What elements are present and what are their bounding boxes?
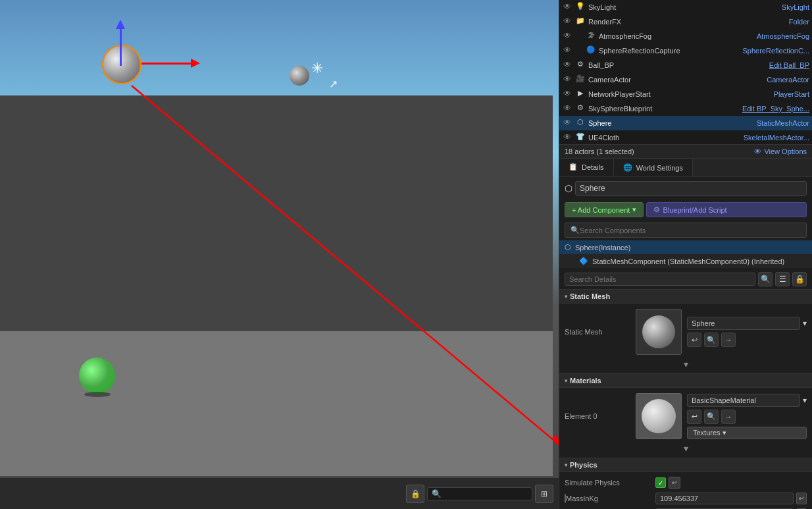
actor-name-spherereflection: SphereReflectionCapture — [599, 47, 740, 55]
visibility-icon-skylight[interactable]: 👁 — [562, 2, 572, 13]
physics-section-header[interactable]: ▾ Physics — [559, 458, 812, 472]
visibility-icon-renderfx[interactable]: 👁 — [562, 16, 572, 27]
physics-section-label: Physics — [570, 461, 597, 469]
outliner-row-networkplayerstart[interactable]: 👁 ▶ NetworkPlayerStart PlayerStart — [559, 87, 812, 101]
outliner-row-skysphereblueprint[interactable]: 👁 ⚙ SkySphereBlueprint Edit BP_Sky_Sphe.… — [559, 101, 812, 116]
details-tabs-bar: 📋 Details 🌐 World Settings — [559, 159, 812, 177]
green-sphere — [79, 358, 115, 394]
grid-button[interactable]: ⊞ — [535, 485, 553, 503]
visibility-icon-atmosphericfog[interactable]: 👁 — [562, 31, 572, 41]
material-browse-button[interactable]: 🔍 — [704, 410, 719, 424]
visibility-icon-networkplayerstart[interactable]: 👁 — [562, 89, 572, 99]
eye-icon-view-options: 👁 — [754, 147, 761, 155]
outliner-row-atmosphericfog[interactable]: 👁 🌫 AtmosphericFog AtmosphericFog — [559, 29, 812, 43]
y-axis-arrow — [116, 20, 125, 29]
viewport[interactable]: ↗ 🔒 🔍 ⊞ — [0, 0, 559, 509]
visibility-icon-sphere[interactable]: 👁 — [562, 118, 572, 128]
textures-button[interactable]: Textures ▾ — [687, 427, 807, 439]
add-component-button[interactable]: + Add Component ▾ — [565, 202, 644, 217]
main-area: ↗ 🔒 🔍 ⊞ 👁 💡 SkyLight — [0, 0, 812, 509]
outliner-row-cameraactor[interactable]: 👁 🎥 CameraActor CameraActor — [559, 72, 812, 87]
materials-section-header[interactable]: ▾ Materials — [559, 374, 812, 388]
material-controls: BasicShapeMaterial ▾ ↩ 🔍 → Textures ▾ — [687, 394, 807, 439]
small-sphere — [290, 66, 309, 86]
search-components-input[interactable] — [580, 227, 801, 234]
physics-triangle: ▾ — [565, 462, 567, 468]
tab-world-settings[interactable]: 🌐 World Settings — [614, 159, 693, 176]
component-sphere-instance-icon: ⬡ — [565, 243, 571, 252]
search-details-row: 🔍 ☰ 🔒 — [559, 269, 812, 290]
simulate-physics-reset-button[interactable]: ↩ — [669, 477, 680, 489]
materials-expand-button[interactable]: ▾ — [684, 443, 688, 454]
static-mesh-expand-button[interactable]: ▾ — [684, 359, 688, 369]
material-back-button[interactable]: ↩ — [687, 410, 701, 424]
visibility-icon-cameraactor[interactable]: 👁 — [562, 74, 572, 85]
actor-name-renderfx: RenderFX — [588, 18, 786, 26]
visibility-icon-ballbp[interactable]: 👁 — [562, 60, 572, 70]
search-components-icon: 🔍 — [571, 226, 580, 234]
simulate-physics-checkbox[interactable]: ✓ — [655, 477, 666, 488]
actor-name-field[interactable] — [575, 181, 807, 196]
blueprint-add-script-button[interactable]: ⚙ Blueprint/Add Script — [646, 202, 807, 217]
material-action-buttons: ↩ 🔍 → — [687, 410, 807, 424]
lock-details-button[interactable]: 🔒 — [792, 272, 807, 286]
static-mesh-properties: Static Mesh Sphere ▾ ↩ 🔍 — [559, 304, 812, 374]
component-item-static-mesh-component[interactable]: 🔷 StaticMeshComponent (StaticMeshCompone… — [559, 254, 812, 268]
actor-type-atmosphericfog: AtmosphericFog — [757, 32, 809, 40]
actor-type-ballbp[interactable]: Edit Ball_BP — [769, 61, 809, 69]
outliner-panel: 👁 💡 SkyLight SkyLight 👁 📁 RenderFX Folde… — [559, 0, 812, 145]
actor-icon-sphere: ⬡ — [575, 118, 586, 128]
actor-type-skysphereblueprint[interactable]: Edit BP_Sky_Sphe... — [742, 105, 809, 113]
visibility-icon-ue4cloth[interactable]: 👁 — [562, 132, 572, 143]
lock-button[interactable]: 🔒 — [406, 485, 424, 503]
outliner-row-renderfx[interactable]: 👁 📁 RenderFX Folder — [559, 14, 812, 29]
visibility-icon-skysphereblueprint[interactable]: 👁 — [562, 103, 572, 114]
static-mesh-browse-button[interactable]: 🔍 — [704, 333, 719, 347]
mass-inkg-label: MassInKg — [565, 495, 650, 502]
actor-type-skylight: SkyLight — [782, 3, 809, 11]
actor-name-atmosphericfog: AtmosphericFog — [599, 32, 754, 40]
search-components-row: 🔍 — [565, 223, 807, 238]
static-mesh-thumbnail — [636, 309, 682, 355]
simulate-physics-label: Simulate Physics — [565, 479, 650, 487]
blueprint-label: Blueprint/Add Script — [663, 206, 726, 214]
mass-reset-button[interactable]: ↩ — [796, 493, 807, 504]
outliner-row-skylight[interactable]: 👁 💡 SkyLight SkyLight — [559, 0, 812, 14]
actor-name-networkplayerstart: NetworkPlayerStart — [588, 90, 771, 98]
details-tab-label: Details — [582, 163, 604, 171]
actor-name-row: ⬡ — [559, 177, 812, 200]
component-item-sphere-instance[interactable]: ⬡ Sphere(Instance) — [559, 240, 812, 254]
actor-name-skylight: SkyLight — [588, 3, 779, 11]
blueprint-icon: ⚙ — [653, 205, 660, 214]
materials-section: ▾ Materials Element 0 BasicShapeMaterial… — [559, 374, 812, 458]
search-details-icon-button[interactable]: 🔍 — [758, 272, 773, 286]
outliner-row-spherereflection[interactable]: 👁 🔵 SphereReflectionCapture SphereReflec… — [559, 43, 812, 58]
tab-details[interactable]: 📋 Details — [559, 159, 614, 176]
physics-section: ▾ Physics Simulate Physics ✓ ↩ — [559, 458, 812, 509]
viewport-search-icon: 🔍 — [432, 489, 442, 498]
actor-icon-ue4cloth: 👕 — [575, 132, 586, 143]
material-forward-button[interactable]: → — [721, 410, 736, 424]
static-mesh-forward-button[interactable]: → — [721, 333, 736, 347]
materials-expand-row: ▾ — [565, 442, 807, 455]
outliner-row-sphere[interactable]: 👁 ⬡ Sphere StaticMeshActor — [559, 116, 812, 130]
static-mesh-action-buttons: ↩ 🔍 → — [687, 333, 807, 347]
view-options-button[interactable]: 👁 View Options — [754, 147, 807, 155]
outliner-row-ballbp[interactable]: 👁 ⚙ Ball_BP Edit Ball_BP — [559, 58, 812, 72]
filter-details-button[interactable]: ☰ — [775, 272, 790, 286]
actor-icon-details: ⬡ — [565, 183, 572, 194]
static-mesh-label: Static Mesh — [565, 328, 630, 336]
search-details-input[interactable] — [565, 273, 755, 286]
outliner-row-ue4cloth[interactable]: 👁 👕 UE4Cloth SkeletalMeshActor... — [559, 130, 812, 145]
actor-icon-skysphereblueprint: ⚙ — [575, 103, 586, 114]
visibility-icon-spherereflection[interactable]: 👁 — [562, 45, 572, 56]
static-mesh-name-value[interactable]: Sphere — [687, 317, 800, 330]
cursor-arrow: ↗ — [329, 78, 338, 90]
viewport-search[interactable]: 🔍 — [427, 487, 532, 500]
static-mesh-section-header[interactable]: ▾ Static Mesh — [559, 290, 812, 304]
actor-name-skysphereblueprint: SkySphereBlueprint — [588, 105, 740, 113]
mass-inkg-input[interactable] — [655, 493, 794, 504]
material-name-value[interactable]: BasicShapeMaterial — [687, 394, 800, 407]
static-mesh-back-button[interactable]: ↩ — [687, 333, 701, 347]
details-panel: ⬡ + Add Component ▾ ⚙ Blueprint/Add Scri… — [559, 177, 812, 509]
